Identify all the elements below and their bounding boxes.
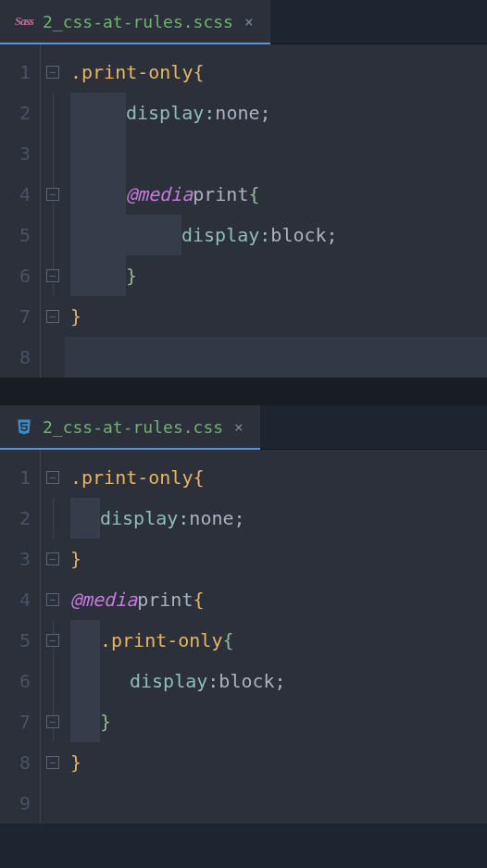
fold-gutter	[41, 44, 65, 378]
file-tab-css[interactable]: 2_css-at-rules.css ×	[0, 405, 260, 450]
line-number: 3	[0, 133, 40, 174]
fold-toggle-icon[interactable]	[46, 715, 59, 728]
fold-toggle-icon[interactable]	[46, 756, 59, 769]
fold-toggle-icon[interactable]	[46, 269, 59, 282]
line-number: 7	[0, 701, 40, 742]
fold-toggle-icon[interactable]	[46, 471, 59, 484]
line-number: 4	[0, 579, 40, 620]
code-line[interactable]: }	[65, 296, 487, 337]
sass-icon: Sass	[15, 12, 33, 31]
file-tab-scss[interactable]: Sass 2_css-at-rules.scss ×	[0, 0, 270, 44]
tab-title: 2_css-at-rules.scss	[43, 12, 233, 31]
code-line[interactable]: .print-only {	[65, 457, 487, 498]
line-number: 8	[0, 742, 40, 783]
code-line[interactable]: display: block;	[65, 215, 487, 255]
code-line[interactable]: }	[65, 742, 487, 783]
code-line[interactable]: .print-only {	[65, 620, 487, 661]
code-line[interactable]	[65, 337, 487, 378]
line-number: 2	[0, 93, 40, 133]
code-line[interactable]: display: none;	[65, 93, 487, 133]
fold-toggle-icon[interactable]	[46, 188, 59, 201]
fold-gutter	[41, 450, 65, 824]
line-number: 7	[0, 296, 40, 337]
close-icon[interactable]: ×	[232, 416, 245, 438]
line-number: 5	[0, 215, 40, 255]
code-line[interactable]: display: block;	[65, 661, 487, 701]
editor-body: 1 2 3 4 5 6 7 8 9 .print-only { display:…	[0, 450, 487, 824]
code-line[interactable]: }	[65, 701, 487, 742]
tab-title: 2_css-at-rules.css	[43, 417, 223, 437]
code-line[interactable]	[65, 783, 487, 824]
fold-toggle-icon[interactable]	[46, 310, 59, 323]
line-number: 5	[0, 620, 40, 661]
line-number: 1	[0, 52, 40, 93]
code-area[interactable]: .print-only { display: none; @media prin…	[65, 44, 487, 378]
code-line[interactable]: display: none;	[65, 498, 487, 539]
close-icon[interactable]: ×	[243, 11, 256, 32]
code-line[interactable]: @media print {	[65, 174, 487, 215]
code-line[interactable]: }	[65, 255, 487, 296]
line-number: 6	[0, 661, 40, 701]
line-number: 8	[0, 337, 40, 378]
editor-pane-css: 2_css-at-rules.css × 1 2 3 4 5 6 7 8 9	[0, 405, 487, 824]
line-number: 1	[0, 457, 40, 498]
code-line[interactable]: }	[65, 539, 487, 579]
editor-body: 1 2 3 4 5 6 7 8 .print-only { display: n…	[0, 44, 487, 378]
pane-divider	[0, 378, 487, 405]
line-number: 3	[0, 539, 40, 579]
line-number: 6	[0, 255, 40, 296]
code-line[interactable]: @media print {	[65, 579, 487, 620]
code-line[interactable]	[65, 133, 487, 174]
line-number-gutter: 1 2 3 4 5 6 7 8 9	[0, 450, 41, 824]
line-number-gutter: 1 2 3 4 5 6 7 8	[0, 44, 41, 378]
fold-toggle-icon[interactable]	[46, 552, 59, 565]
tab-bar: 2_css-at-rules.css ×	[0, 405, 487, 450]
fold-toggle-icon[interactable]	[46, 66, 59, 79]
code-line[interactable]: .print-only {	[65, 52, 487, 93]
line-number: 2	[0, 498, 40, 539]
fold-toggle-icon[interactable]	[46, 634, 59, 647]
line-number: 9	[0, 783, 40, 824]
fold-toggle-icon[interactable]	[46, 593, 59, 606]
tab-bar: Sass 2_css-at-rules.scss ×	[0, 0, 487, 44]
css-icon	[15, 417, 33, 436]
line-number: 4	[0, 174, 40, 215]
editor-pane-scss: Sass 2_css-at-rules.scss × 1 2 3 4 5 6 7…	[0, 0, 487, 378]
code-area[interactable]: .print-only { display: none; } @media pr…	[65, 450, 487, 824]
